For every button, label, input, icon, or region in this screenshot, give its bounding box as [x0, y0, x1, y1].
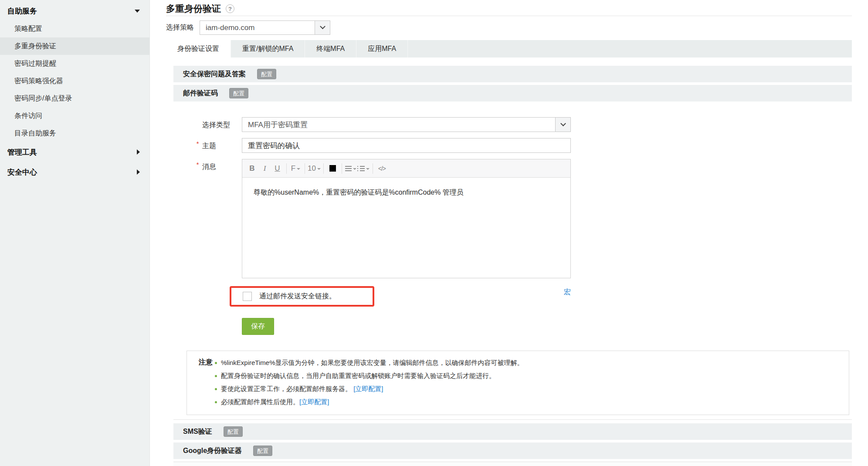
configure-email-otp-button[interactable]: 配置: [229, 88, 248, 98]
divider: [166, 16, 852, 16]
chevron-right-icon: [137, 169, 140, 175]
sidebar-item-conditional-access[interactable]: 条件访问: [0, 107, 149, 125]
sections: 安全保密问题及答案 配置 邮件验证码 配置 选择类型 MFA用于密码重置: [173, 66, 852, 466]
annotation-highlight-box: 通过邮件发送安全链接。: [230, 286, 374, 307]
app-window: 自助服务 策略配置 多重身份验证 密码过期提醒 密码策略强化器 密码同步/单点登…: [0, 0, 868, 466]
sidebar-item-password-sync-sso[interactable]: 密码同步/单点登录: [0, 90, 149, 107]
chevron-down-icon: [297, 168, 300, 170]
section-security-questions: 安全保密问题及答案 配置: [173, 66, 852, 82]
policy-row: 选择策略 iam-demo.com: [166, 20, 852, 35]
page-title: 多重身份验证: [166, 3, 221, 15]
type-select-dropdown-button[interactable]: [555, 118, 570, 132]
section-fido2-passkey: FIDO2通行密钥: [173, 462, 852, 466]
font-family-button[interactable]: F: [289, 162, 302, 175]
configure-now-link[interactable]: [立即配置]: [353, 385, 383, 392]
section-title: Google身份验证器: [183, 446, 242, 456]
sidebar-group-self-service[interactable]: 自助服务: [0, 2, 149, 20]
toolbar-divider: [305, 163, 305, 174]
section-email-otp: 邮件验证码 配置: [173, 85, 852, 101]
sidebar-group-label: 管理工具: [7, 147, 37, 157]
message-body-input[interactable]: 尊敬的%userName%，重置密码的验证码是%confirmCode% 管理员: [242, 178, 570, 278]
align-button[interactable]: [345, 162, 357, 175]
message-label: *消息: [173, 159, 242, 278]
main-content: 多重身份验证 ? 选择策略 iam-demo.com 身份验证设置 重置/解锁的…: [150, 0, 868, 466]
chevron-down-icon: [135, 10, 140, 13]
list-button[interactable]: [357, 162, 370, 175]
subject-label: *主题: [173, 138, 242, 153]
font-color-button[interactable]: [326, 162, 339, 175]
form-row-subject: *主题: [173, 138, 852, 153]
macro-link[interactable]: 宏: [564, 288, 571, 297]
email-otp-panel: 选择类型 MFA用于密码重置 *主题: [173, 104, 852, 420]
note-box: 注意 %linkExpireTime%显示值为分钟，如果您要使用该宏变量，请编辑…: [186, 351, 849, 415]
note-item: %linkExpireTime%显示值为分钟，如果您要使用该宏变量，请编辑邮件信…: [215, 356, 849, 369]
bullet-list-icon: [357, 166, 365, 171]
sidebar-item-policy-configuration[interactable]: 策略配置: [0, 20, 149, 37]
sidebar-item-password-expiry-reminder[interactable]: 密码过期提醒: [0, 55, 149, 72]
configure-now-link[interactable]: [立即配置]: [299, 398, 329, 405]
note-list: %linkExpireTime%显示值为分钟，如果您要使用该宏变量，请编辑邮件信…: [215, 356, 849, 409]
sidebar-group-label: 自助服务: [7, 6, 37, 16]
sidebar-item-password-policy-enforcer[interactable]: 密码策略强化器: [0, 72, 149, 90]
italic-button[interactable]: I: [258, 162, 271, 175]
secure-link-checkbox-label: 通过邮件发送安全链接。: [259, 292, 336, 301]
font-size-button[interactable]: 10: [308, 162, 321, 175]
help-icon[interactable]: ?: [226, 4, 234, 13]
type-select[interactable]: MFA用于密码重置: [242, 117, 571, 132]
align-left-icon: [345, 166, 352, 171]
toolbar-divider: [323, 163, 324, 174]
tab-application-mfa[interactable]: 应用MFA: [356, 40, 408, 57]
toolbar-divider: [286, 163, 287, 174]
subject-input[interactable]: [242, 138, 571, 153]
type-select-value: MFA用于密码重置: [242, 118, 555, 132]
tab-endpoint-mfa[interactable]: 终端MFA: [305, 40, 356, 57]
tab-reset-unlock-mfa[interactable]: 重置/解锁的MFA: [231, 40, 305, 57]
section-google-authenticator: Google身份验证器 配置: [173, 442, 852, 459]
chevron-right-icon: [137, 149, 140, 155]
section-sms-verification: SMS验证 配置: [173, 423, 852, 440]
bold-button[interactable]: B: [246, 162, 258, 175]
configure-security-questions-button[interactable]: 配置: [257, 69, 276, 79]
policy-select[interactable]: iam-demo.com: [200, 20, 330, 35]
note-item: 必须配置邮件属性后使用。[立即配置]: [215, 395, 849, 409]
sidebar-group-admin-tools[interactable]: 管理工具: [0, 142, 149, 162]
toolbar-divider: [373, 163, 373, 174]
secure-link-checkbox[interactable]: [243, 292, 252, 301]
secure-link-row: 通过邮件发送安全链接。 宏: [173, 286, 571, 307]
save-button[interactable]: 保存: [242, 318, 274, 335]
note-item: 配置身份验证时的确认信息，当用户自助重置密码或解锁账户时需要输入验证码之后才能进…: [215, 369, 849, 382]
color-swatch-icon: [329, 165, 336, 172]
underline-button[interactable]: U: [271, 162, 284, 175]
chevron-down-icon: [353, 168, 356, 170]
section-title: SMS验证: [183, 427, 212, 436]
toolbar-divider: [342, 163, 342, 174]
rich-text-editor: B I U F 10: [242, 159, 571, 278]
sidebar-group-label: 安全中心: [7, 167, 37, 177]
sidebar-item-mfa[interactable]: 多重身份验证: [0, 37, 149, 55]
sidebar-group-security-center[interactable]: 安全中心: [0, 162, 149, 182]
required-asterisk: *: [196, 161, 199, 168]
sidebar: 自助服务 策略配置 多重身份验证 密码过期提醒 密码策略强化器 密码同步/单点登…: [0, 0, 150, 466]
form-row-type: 选择类型 MFA用于密码重置: [173, 117, 852, 132]
chevron-down-icon: [366, 168, 370, 170]
chevron-down-icon: [320, 24, 326, 29]
editor-toolbar: B I U F 10: [242, 159, 570, 178]
code-view-button[interactable]: </>: [376, 162, 388, 175]
configure-sms-button[interactable]: 配置: [224, 426, 243, 437]
policy-select-value: iam-demo.com: [200, 21, 315, 34]
chevron-down-icon: [317, 168, 321, 170]
section-title: 安全保密问题及答案: [183, 70, 246, 79]
policy-select-label: 选择策略: [166, 23, 194, 32]
note-title: 注意: [199, 356, 215, 409]
page-header: 多重身份验证 ?: [166, 0, 852, 15]
sidebar-item-directory-self-service[interactable]: 目录自助服务: [0, 125, 149, 142]
policy-select-dropdown-button[interactable]: [315, 21, 330, 34]
form-row-message: *消息 B I U F: [173, 159, 852, 278]
tab-authentication-settings[interactable]: 身份验证设置: [166, 40, 231, 57]
chevron-down-icon: [560, 121, 566, 126]
type-select-label: 选择类型: [173, 117, 242, 132]
required-asterisk: *: [196, 140, 199, 147]
section-title: 邮件验证码: [183, 89, 218, 98]
note-item: 要使此设置正常工作，必须配置邮件服务器。 [立即配置]: [215, 382, 849, 395]
configure-google-authenticator-button[interactable]: 配置: [253, 446, 272, 456]
